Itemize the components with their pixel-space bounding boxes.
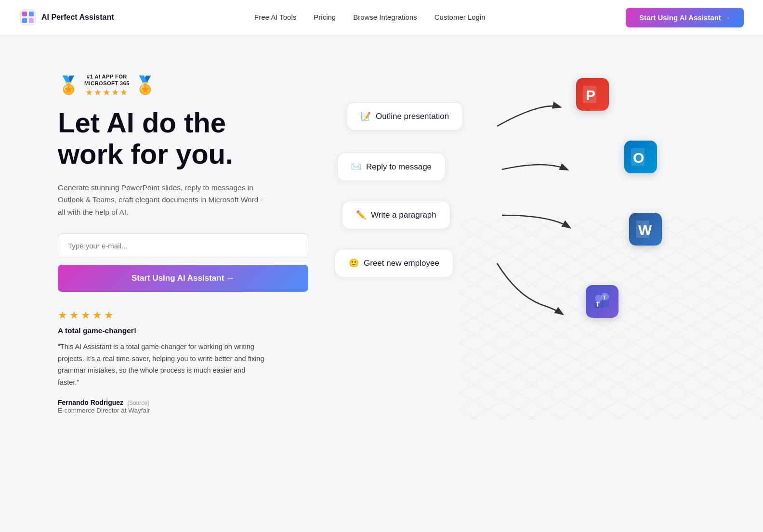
award-stars: ★★★★★: [84, 87, 130, 98]
award-title: #1 AI APP FOR MICROSOFT 365: [84, 73, 130, 87]
outline-emoji: 📝: [361, 111, 371, 121]
action-card-reply[interactable]: ✉️ Reply to message: [337, 153, 446, 181]
svg-text:W: W: [638, 222, 652, 238]
reviewer-title: E-commerce Director at Wayfair: [58, 407, 308, 414]
review-stars: ★ ★ ★ ★ ★: [58, 309, 308, 322]
logo[interactable]: AI Perfect Assistant: [19, 9, 114, 26]
logo-icon: [19, 9, 37, 26]
hero-heading: Let AI do the work for you.: [58, 107, 308, 170]
hero-illustration: 📝 Outline presentation ✉️ Reply to messa…: [308, 64, 724, 401]
svg-text:P: P: [586, 87, 595, 103]
action-card-outline[interactable]: 📝 Outline presentation: [347, 102, 463, 130]
svg-rect-3: [22, 18, 27, 23]
write-emoji: ✏️: [356, 210, 366, 220]
hero-description: Generate stunning PowerPoint slides, rep…: [58, 182, 265, 219]
laurel-left: 🏅: [58, 77, 79, 94]
greet-emoji: 🙂: [349, 258, 359, 268]
main-content: 🏅 #1 AI APP FOR MICROSOFT 365 ★★★★★ 🏅 Le…: [0, 35, 763, 414]
nav-browse-integrations[interactable]: Browse Integrations: [353, 13, 417, 21]
nav-links: Free AI Tools Pricing Browse Integration…: [254, 13, 486, 22]
word-icon: W: [629, 213, 662, 246]
svg-rect-4: [29, 18, 34, 23]
nav-pricing[interactable]: Pricing: [314, 13, 336, 21]
svg-text:T: T: [603, 295, 606, 300]
nav-free-ai-tools[interactable]: Free AI Tools: [254, 13, 296, 21]
svg-rect-2: [29, 12, 34, 16]
award-badge: 🏅 #1 AI APP FOR MICROSOFT 365 ★★★★★ 🏅: [58, 73, 308, 98]
reply-emoji: ✉️: [351, 162, 361, 172]
logo-text: AI Perfect Assistant: [41, 13, 114, 22]
powerpoint-icon: P: [576, 78, 609, 111]
outline-label: Outline presentation: [376, 112, 449, 121]
greet-label: Greet new employee: [364, 259, 439, 268]
nav-cta-button[interactable]: Start Using AI Assistant →: [626, 8, 744, 27]
svg-text:T: T: [596, 301, 600, 308]
laurel-right: 🏅: [134, 77, 156, 94]
svg-rect-1: [22, 12, 27, 16]
write-label: Write a paragraph: [371, 210, 436, 220]
review-quote: “This AI Assistant is a total game-chang…: [58, 341, 265, 389]
hero-left: 🏅 #1 AI APP FOR MICROSOFT 365 ★★★★★ 🏅 Le…: [58, 64, 308, 414]
navbar: AI Perfect Assistant Free AI Tools Prici…: [0, 0, 763, 35]
svg-text:O: O: [633, 150, 644, 166]
review-headline: A total game-changer!: [58, 326, 308, 335]
nav-customer-login[interactable]: Customer Login: [434, 13, 486, 21]
svg-rect-5: [460, 218, 763, 420]
teams-icon: T T: [586, 285, 618, 318]
reviewer-name: Fernando Rodriguez [Source]: [58, 398, 308, 407]
action-card-write[interactable]: ✏️ Write a paragraph: [342, 201, 450, 229]
reply-label: Reply to message: [366, 162, 432, 172]
hero-cta-button[interactable]: Start Using AI Assistant →: [58, 265, 308, 292]
action-card-greet[interactable]: 🙂 Greet new employee: [335, 249, 453, 277]
iso-grid: [460, 218, 763, 420]
email-input[interactable]: [58, 234, 308, 258]
award-text: #1 AI APP FOR MICROSOFT 365 ★★★★★: [84, 73, 130, 98]
outlook-icon: O: [624, 141, 657, 173]
